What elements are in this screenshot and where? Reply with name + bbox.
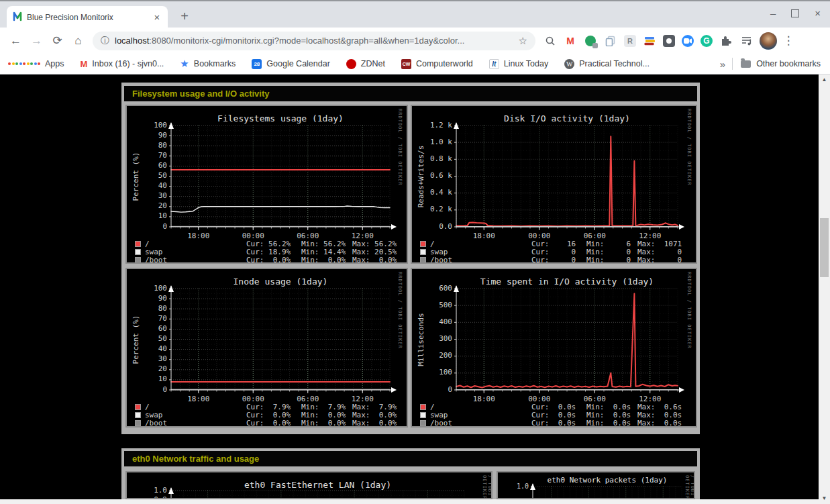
graph-panel-time-spent-io[interactable]: Time spent in I/O activity (1day)Millise… [411,268,697,427]
legend-swatch [420,241,426,247]
legend-swatch [420,412,426,418]
legend-max: Max: 0 [637,256,682,264]
y-tick-label: 0 [136,223,167,232]
url-text[interactable]: localhost:8080/monitorix-cgi/monitorix.c… [115,36,513,46]
browser-window: Blue Precision Monitorix × + – × ← → ⟳ ⌂… [0,0,830,504]
legend-swatch [135,241,141,247]
forward-button[interactable]: → [26,34,47,48]
zoom-extension-icon[interactable] [682,35,694,47]
extensions-puzzle-icon[interactable] [719,34,733,48]
graph-panel-inode-usage[interactable]: Inode usage (1day)Percent (%)01020304050… [125,268,408,427]
playlist-extension-icon[interactable] [739,34,753,48]
y-tick-label: 10 [136,375,167,384]
rrdtool-watermark: RRDTOOL / TOBI OETIKER [482,475,492,499]
browser-menu-icon[interactable]: ⋮ [782,34,794,48]
bookmark-apps[interactable]: Apps [8,59,64,68]
y-tick-label: 80 [136,305,167,313]
books-extension-icon[interactable] [643,34,656,48]
url-path: :8080/monitorix-cgi/monitorix.cgi?mode=l… [149,36,464,46]
legend-swatch [420,249,426,255]
window-maximize-button[interactable] [791,9,799,17]
tab-close-icon[interactable]: × [152,12,162,23]
bookmark-google-calendar[interactable]: 28 Google Calendar [252,59,330,69]
y-tick-label: 0.2 k [421,205,452,214]
y-tick-label: 0.4 k [421,189,452,197]
r-extension-icon[interactable]: R [624,35,636,47]
legend-max: Max: 0.0% [352,256,397,264]
url-bar[interactable]: ⓘ localhost:8080/monitorix-cgi/monitorix… [93,32,535,50]
back-button[interactable]: ← [5,34,26,48]
legend-swatch [135,420,141,426]
bookmark-practical-technology[interactable]: W Practical Technol... [564,59,650,69]
graph-panel-filesystems-usage[interactable]: Filesystems usage (1day)Percent (%)01020… [125,105,408,264]
wordpress-icon: W [564,59,574,69]
legend-name: /boot [145,419,167,427]
url-host: localhost [115,36,149,46]
y-tick-label: 0.6 k [421,172,452,181]
legend-max: Max: 0.0% [352,419,397,427]
page-info-icon[interactable]: ⓘ [101,35,109,47]
folder-icon [741,60,751,68]
signal-extension-icon[interactable] [663,35,675,47]
legend-min: Min: 0 [586,256,631,264]
y-tick-label: 90 [136,132,167,140]
zdnet-icon [346,59,356,69]
tab-blue-precision-monitorix[interactable]: Blue Precision Monitorix × [7,6,168,29]
y-tick-label: 40 [136,182,167,191]
copy-pages-extension-icon[interactable] [604,34,617,48]
bookmark-linux-today[interactable]: lt Linux Today [489,59,549,69]
tab-bar: Blue Precision Monitorix × + – × [0,0,830,28]
apps-grid-icon [8,62,40,65]
legend-name: /boot [145,256,167,264]
y-tick-label: 30 [136,355,167,364]
search-extension-icon[interactable] [543,34,557,48]
voice-extension-icon[interactable] [584,34,597,48]
x-tick-label: 18:00 [178,232,219,241]
y-tick-label: 1.2 k [421,121,452,130]
scrollbar-thumb[interactable] [820,218,829,277]
bookmark-star-icon[interactable]: ☆ [519,35,527,47]
graph-panel-disk-io-activity[interactable]: Disk I/O activity (1day)Reads+Writes/s0.… [411,105,697,264]
vertical-scrollbar[interactable]: ▲ ▼ [819,74,830,504]
grammarly-extension-icon[interactable]: G [701,35,713,47]
y-tick-label: 90 [136,295,167,303]
scrollbar-up-arrow[interactable]: ▲ [819,74,830,85]
bookmark-inbox[interactable]: M Inbox (16) - sjvn0... [81,59,164,69]
bookmark-computerworld[interactable]: CW Computerworld [401,59,473,69]
x-tick-label: 18:00 [464,232,504,241]
bookmark-zdnet[interactable]: ZDNet [346,59,385,69]
y-tick-label: 10 [136,212,167,221]
horizontal-scrollbar[interactable] [0,499,819,504]
bookmarks-overflow-chevron[interactable]: » [720,58,725,70]
scrollbar-down-arrow[interactable]: ▼ [819,493,830,504]
extension-icons: M R G [543,34,753,48]
section-header: Filesystem usage and I/O activity [124,86,697,101]
other-bookmarks-label[interactable]: Other bookmarks [756,59,821,68]
home-button[interactable]: ⌂ [68,34,89,48]
legend-swatch [420,420,426,426]
x-axis-arrow-icon [679,387,684,393]
graph-panel-eth0-lan[interactable]: eth0 FastEthernet LAN (1day)1.00.9RRDTOO… [125,471,492,499]
rrdtool-watermark: RRDTOOL / TOBI OETIKER [686,272,692,349]
calendar-icon: 28 [252,59,262,69]
window-close-button[interactable]: × [815,8,821,18]
legend-swatch [135,257,141,263]
browser-toolbar: ← → ⟳ ⌂ ⓘ localhost:8080/monitorix-cgi/m… [0,28,830,54]
computerworld-icon: CW [401,59,411,69]
y-tick-label: 50 [136,172,167,181]
profile-avatar[interactable] [760,32,777,50]
legend-swatch [135,404,141,410]
graph-panel-eth0-packets[interactable]: eth0 Network packets (1day)s/s1.0RRDTOOL… [497,471,695,499]
y-tick-label: 60 [136,162,167,170]
bookmark-bookmarks[interactable]: ★ Bookmarks [180,58,236,70]
reload-button[interactable]: ⟳ [47,34,68,48]
window-controls: – × [770,8,821,18]
gmail-extension-icon[interactable]: M [564,34,577,48]
bookmarks-bar: Apps M Inbox (16) - sjvn0... ★ Bookmarks… [0,54,830,74]
window-minimize-button[interactable]: – [770,8,776,18]
legend-cur: Cur: 0.0% [246,419,291,427]
new-tab-button[interactable]: + [176,8,193,26]
chart-title: eth0 FastEthernet LAN (1day) [217,481,419,491]
y-tick-label: 400 [421,318,452,327]
legend-swatch [135,412,141,418]
